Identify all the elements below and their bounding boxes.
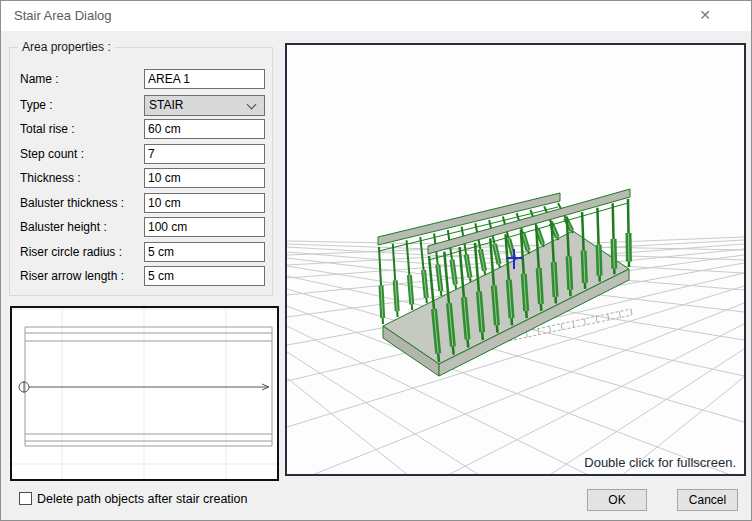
riser-arrow-length-label: Riser arrow length : xyxy=(20,269,124,283)
plan-preview-panel[interactable] xyxy=(10,306,279,481)
baluster-height-label: Baluster height : xyxy=(20,220,107,234)
delete-path-checkbox[interactable] xyxy=(19,492,32,505)
type-dropdown-value: STAIR xyxy=(149,98,183,112)
thickness-input[interactable] xyxy=(144,168,265,188)
cancel-button[interactable]: Cancel xyxy=(677,489,738,511)
thickness-label: Thickness : xyxy=(20,171,81,185)
type-dropdown[interactable]: STAIR xyxy=(144,95,265,116)
titlebar: Stair Area Dialog ✕ xyxy=(1,1,751,31)
plan-preview-drawing xyxy=(12,308,277,479)
ok-button[interactable]: OK xyxy=(587,489,647,511)
close-icon[interactable]: ✕ xyxy=(695,7,715,23)
3d-preview-drawing xyxy=(287,45,744,474)
riser-arrow-length-input[interactable] xyxy=(144,266,265,286)
fullscreen-hint: Double click for fullscreen. xyxy=(584,455,736,470)
stair-area-dialog: Stair Area Dialog ✕ Area properties : Na… xyxy=(0,0,752,521)
riser-circle-radius-input[interactable] xyxy=(144,242,265,262)
name-label: Name : xyxy=(20,72,59,86)
total-rise-input[interactable] xyxy=(144,119,265,139)
area-properties-group: Area properties : Name : Type : STAIR To… xyxy=(9,47,273,296)
baluster-height-input[interactable] xyxy=(144,217,265,237)
dialog-title: Stair Area Dialog xyxy=(14,8,112,23)
step-count-input[interactable] xyxy=(144,144,265,164)
total-rise-label: Total rise : xyxy=(20,122,75,136)
type-label: Type : xyxy=(20,98,53,112)
name-input[interactable] xyxy=(144,69,265,89)
riser-circle-radius-label: Riser circle radius : xyxy=(20,245,122,259)
3d-preview-panel[interactable]: Double click for fullscreen. xyxy=(285,43,746,476)
step-count-label: Step count : xyxy=(20,147,84,161)
baluster-thickness-label: Baluster thickness : xyxy=(20,196,124,210)
group-label: Area properties : xyxy=(18,40,115,54)
chevron-down-icon xyxy=(247,100,257,110)
delete-path-checkbox-label: Delete path objects after stair creation xyxy=(37,492,248,506)
baluster-thickness-input[interactable] xyxy=(144,193,265,213)
